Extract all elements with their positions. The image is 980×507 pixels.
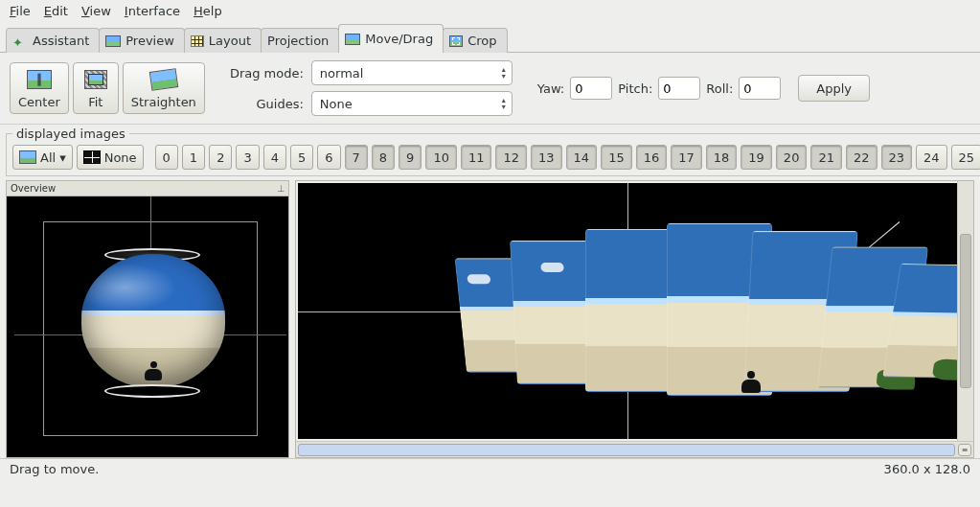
image-toggle-11[interactable]: 11 xyxy=(461,145,492,170)
displayed-images-legend: displayed images xyxy=(12,127,129,141)
all-button[interactable]: All▾ xyxy=(12,145,73,170)
overview-title: Overview xyxy=(11,183,56,194)
menu-view[interactable]: View xyxy=(81,4,111,18)
menu-file[interactable]: File xyxy=(10,4,31,18)
image-toggle-19[interactable]: 19 xyxy=(741,145,772,170)
chevron-updown-icon: ▴▾ xyxy=(502,66,506,80)
wand-icon xyxy=(12,35,28,47)
tab-label: Move/Drag xyxy=(365,32,433,46)
none-button[interactable]: None xyxy=(77,145,144,170)
tab-label: Crop xyxy=(467,34,496,48)
tab-strip: Assistant Preview Layout Projection Move… xyxy=(0,24,980,53)
pitch-input[interactable] xyxy=(658,77,700,100)
scroll-thumb[interactable] xyxy=(298,444,955,456)
fit-icon xyxy=(84,70,107,89)
image-toggle-3[interactable]: 3 xyxy=(236,145,259,170)
tab-layout[interactable]: Layout xyxy=(184,28,262,53)
roll-input[interactable] xyxy=(739,77,781,100)
horizontal-scrollbar[interactable]: ≡ xyxy=(296,441,973,457)
photographer-shadow xyxy=(739,371,763,396)
image-toggle-5[interactable]: 5 xyxy=(290,145,313,170)
image-toggle-4[interactable]: 4 xyxy=(263,145,286,170)
image-icon xyxy=(105,35,121,47)
pitch-label: Pitch: xyxy=(618,81,652,96)
move-drag-toolbar: Center Fit Straighten Drag mode: normal … xyxy=(0,53,980,125)
image-toggle-9[interactable]: 9 xyxy=(399,145,422,170)
overview-canvas[interactable] xyxy=(7,196,288,457)
yaw-pitch-roll-group: Yaw: Pitch: Roll: Apply xyxy=(537,75,870,102)
image-toggle-6[interactable]: 6 xyxy=(317,145,340,170)
image-toggle-16[interactable]: 16 xyxy=(636,145,668,170)
tab-move-drag[interactable]: Move/Drag xyxy=(338,24,444,53)
workspace: Overview xyxy=(0,180,980,458)
tab-assistant[interactable]: Assistant xyxy=(6,28,100,53)
displayed-images-group: displayed images All▾ None 0123456789101… xyxy=(6,127,980,176)
image-toggle-8[interactable]: 8 xyxy=(372,145,395,170)
tab-projection[interactable]: Projection xyxy=(261,28,339,53)
image-toggle-15[interactable]: 15 xyxy=(601,145,632,170)
align-button-group: Center Fit Straighten xyxy=(10,62,205,114)
center-button[interactable]: Center xyxy=(10,62,69,114)
none-icon xyxy=(83,150,101,164)
yaw-label: Yaw: xyxy=(537,81,564,96)
status-dimensions: 360.0 x 128.0 xyxy=(884,462,970,476)
center-icon xyxy=(27,70,52,89)
guides-value: None xyxy=(320,97,353,111)
apply-button[interactable]: Apply xyxy=(798,75,870,102)
image-toggle-18[interactable]: 18 xyxy=(706,145,738,170)
scroll-grip-icon[interactable]: ≡ xyxy=(958,444,971,456)
preview-canvas[interactable] xyxy=(298,183,957,439)
image-toggle-7[interactable]: 7 xyxy=(345,145,368,170)
fit-button[interactable]: Fit xyxy=(73,62,119,114)
status-bar: Drag to move. 360.0 x 128.0 xyxy=(0,458,980,479)
image-toggle-1[interactable]: 1 xyxy=(182,145,205,170)
image-toggle-21[interactable]: 21 xyxy=(810,145,842,170)
tab-crop[interactable]: Crop xyxy=(443,28,507,53)
drag-mode-select[interactable]: normal ▴▾ xyxy=(311,60,513,85)
mode-guides-grid: Drag mode: normal ▴▾ Guides: None ▴▾ xyxy=(230,60,513,116)
image-toggle-12[interactable]: 12 xyxy=(495,145,527,170)
image-toggle-0[interactable]: 0 xyxy=(155,145,178,170)
image-toggle-17[interactable]: 17 xyxy=(671,145,702,170)
vertical-scrollbar[interactable] xyxy=(957,181,973,441)
menu-help[interactable]: Help xyxy=(194,4,222,18)
preview-panel: ≡ xyxy=(295,180,974,458)
tab-label: Preview xyxy=(125,34,174,48)
drag-mode-label: Drag mode: xyxy=(230,66,304,81)
all-icon xyxy=(19,150,36,164)
image-toggle-2[interactable]: 2 xyxy=(209,145,232,170)
tab-label: Projection xyxy=(267,34,329,48)
yaw-input[interactable] xyxy=(570,77,612,100)
menu-edit[interactable]: Edit xyxy=(44,4,68,18)
guides-label: Guides: xyxy=(230,97,304,111)
image-toggle-24[interactable]: 24 xyxy=(916,145,947,170)
crop-icon xyxy=(449,35,463,47)
panorama-images xyxy=(461,219,957,411)
straighten-icon xyxy=(149,68,179,91)
menu-bar: File Edit View Interface Help xyxy=(0,0,980,24)
pole-bottom xyxy=(104,384,200,398)
overview-panel: Overview xyxy=(6,180,289,458)
grid-icon xyxy=(191,35,204,47)
image-toggle-13[interactable]: 13 xyxy=(531,145,562,170)
image-toggle-10[interactable]: 10 xyxy=(425,145,457,170)
drag-mode-value: normal xyxy=(320,66,364,81)
chevron-updown-icon: ▴▾ xyxy=(502,97,506,110)
menu-interface[interactable]: Interface xyxy=(125,4,180,18)
image-toggle-22[interactable]: 22 xyxy=(846,145,877,170)
tab-label: Assistant xyxy=(33,34,89,48)
image-toggle-25[interactable]: 25 xyxy=(951,145,980,170)
scroll-thumb[interactable] xyxy=(960,234,971,387)
image-toggle-23[interactable]: 23 xyxy=(881,145,913,170)
tab-preview[interactable]: Preview xyxy=(99,28,185,53)
chevron-down-icon: ▾ xyxy=(59,150,66,165)
pin-icon[interactable] xyxy=(278,182,285,195)
image-toggle-20[interactable]: 20 xyxy=(776,145,808,170)
image-toggle-14[interactable]: 14 xyxy=(566,145,598,170)
straighten-button[interactable]: Straighten xyxy=(123,62,205,114)
guides-select[interactable]: None ▴▾ xyxy=(311,91,513,116)
status-hint: Drag to move. xyxy=(10,462,99,476)
tab-label: Layout xyxy=(209,34,251,48)
photographer-shadow xyxy=(143,361,164,382)
roll-label: Roll: xyxy=(706,81,733,96)
